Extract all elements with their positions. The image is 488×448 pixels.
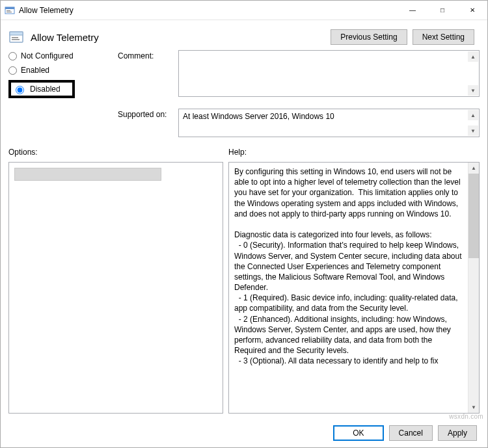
scroll-down-icon[interactable]: ▼: [468, 125, 478, 136]
top-row: Not Configured Enabled Disabled Comment:…: [8, 50, 480, 137]
radio-disabled-label: Disabled: [30, 85, 61, 94]
help-panel: By configuring this setting in Windows 1…: [228, 162, 480, 414]
scroll-up-icon[interactable]: ▲: [468, 110, 478, 120]
window-controls: — □ ✕: [398, 1, 487, 20]
svg-rect-6: [12, 37, 18, 38]
cancel-button[interactable]: Cancel: [389, 425, 433, 441]
main-area: Not Configured Enabled Disabled Comment:…: [1, 50, 487, 419]
fields-column: Comment: ▲ ▼ Supported on: At least Wind…: [118, 50, 480, 137]
dialog-window: Allow Telemetry — □ ✕ Allow Telemetry Pr…: [0, 0, 488, 448]
radio-not-configured[interactable]: Not Configured: [8, 51, 106, 60]
svg-rect-3: [7, 12, 12, 12]
help-scrollbar[interactable]: ▲ ▼: [468, 163, 479, 413]
ok-button[interactable]: OK: [333, 425, 383, 441]
apply-button[interactable]: Apply: [438, 425, 477, 441]
nav-buttons: Previous Setting Next Setting: [331, 29, 474, 45]
maximize-button[interactable]: □: [427, 1, 457, 20]
header-title: Allow Telemetry: [31, 32, 324, 43]
supported-row: Supported on: At least Windows Server 20…: [118, 109, 480, 137]
watermark: wsxdn.com: [449, 413, 483, 420]
svg-rect-2: [7, 10, 10, 11]
panels-row: By configuring this setting in Windows 1…: [8, 162, 480, 414]
radio-not-configured-input[interactable]: [8, 52, 17, 60]
options-label: Options:: [8, 148, 228, 157]
comment-row: Comment: ▲ ▼: [118, 50, 480, 97]
radio-disabled-input[interactable]: [16, 86, 24, 94]
footer: OK Cancel Apply: [1, 419, 487, 447]
svg-rect-1: [5, 7, 14, 9]
radio-enabled[interactable]: Enabled: [8, 66, 106, 75]
policy-icon: [8, 29, 24, 45]
help-label: Help:: [228, 148, 247, 157]
svg-rect-5: [10, 32, 23, 35]
options-disabled-control: [14, 168, 161, 181]
radio-enabled-label: Enabled: [21, 66, 49, 75]
scroll-up-icon[interactable]: ▲: [468, 51, 478, 62]
radio-not-configured-label: Not Configured: [21, 51, 74, 60]
scrollbar-thumb[interactable]: [468, 174, 479, 258]
app-icon: [5, 5, 15, 16]
comment-textarea[interactable]: ▲ ▼: [178, 50, 480, 97]
titlebar-title: Allow Telemetry: [19, 6, 398, 15]
supported-label: Supported on:: [118, 109, 173, 137]
comment-value: [179, 51, 479, 56]
radio-enabled-input[interactable]: [8, 66, 17, 75]
help-text: By configuring this setting in Windows 1…: [229, 163, 479, 371]
next-setting-button[interactable]: Next Setting: [413, 29, 474, 45]
titlebar: Allow Telemetry — □ ✕: [1, 1, 487, 20]
scroll-up-icon[interactable]: ▲: [468, 163, 479, 174]
comment-label: Comment:: [118, 50, 173, 97]
state-column: Not Configured Enabled Disabled: [8, 50, 106, 137]
svg-rect-7: [12, 39, 20, 40]
header-row: Allow Telemetry Previous Setting Next Se…: [1, 20, 487, 50]
radio-disabled-highlight: Disabled: [8, 80, 75, 98]
minimize-button[interactable]: —: [398, 1, 427, 20]
scroll-down-icon[interactable]: ▼: [468, 402, 479, 413]
scroll-down-icon[interactable]: ▼: [468, 85, 478, 96]
previous-setting-button[interactable]: Previous Setting: [331, 29, 407, 45]
close-button[interactable]: ✕: [457, 1, 487, 20]
supported-textarea: At least Windows Server 2016, Windows 10…: [178, 109, 480, 137]
panel-labels-row: Options: Help:: [8, 148, 480, 157]
options-panel: [8, 162, 223, 414]
supported-value: At least Windows Server 2016, Windows 10: [179, 109, 479, 125]
